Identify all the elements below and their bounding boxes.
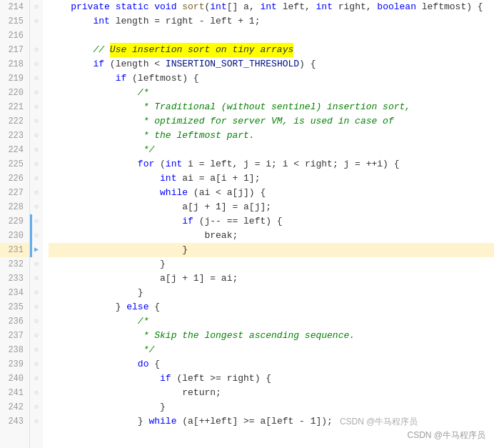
line-number: 222 [0, 114, 29, 129]
code-line: // Use insertion sort on tiny arrays [49, 43, 494, 57]
diamond-icon: ◇ [30, 257, 43, 272]
line-number: 237 [0, 329, 29, 343]
watermark: CSDN @牛马程序员 [407, 428, 485, 442]
code-line: a[j + 1] = ai; [49, 272, 494, 286]
code-line [49, 29, 494, 43]
line-number: 214 [0, 0, 29, 14]
code-line: if (j-- == left) { [49, 214, 494, 229]
code-line: private static void sort(int[] a, int le… [49, 0, 494, 14]
gutter: ◇◇◇◇◇◇◇◇◇◇◇◇◇◇◇◇▶◇◇◇◇◇◇◇◇◇◇◇◇ [30, 0, 43, 448]
diamond-icon [30, 29, 43, 43]
code-line: if (left >= right) { [49, 372, 494, 386]
code-line: return; [49, 386, 494, 400]
line-number: 242 [0, 400, 29, 414]
line-number: 219 [0, 71, 29, 86]
code-line: while (ai < a[j]) { [49, 186, 494, 200]
line-number: 221 [0, 100, 29, 114]
diamond-icon: ◇ [30, 329, 43, 343]
diamond-icon: ◇ [30, 272, 43, 286]
diamond-icon: ◇ [30, 357, 43, 372]
diamond-icon: ◇ [30, 57, 43, 71]
diamond-icon: ◇ [30, 114, 43, 129]
code-line: } [49, 243, 494, 257]
diamond-icon: ◇ [30, 171, 43, 186]
code-line: } else { [49, 300, 494, 314]
diamond-icon: ◇ [30, 386, 43, 400]
line-number: 241 [0, 386, 29, 400]
code-line: if (leftmost) { [49, 71, 494, 86]
line-number: 225 [0, 157, 29, 171]
line-numbers: 2142152162172182192202212222232242252262… [0, 0, 30, 448]
diamond-icon: ◇ [30, 100, 43, 114]
diamond-icon: ◇ [30, 71, 43, 86]
code-line: * the leftmost part. [49, 129, 494, 143]
diamond-icon: ◇ [30, 86, 43, 100]
code-line: } while (a[++left] >= a[left - 1]); CSDN… [49, 414, 494, 429]
line-number: 223 [0, 129, 29, 143]
line-number: 224 [0, 143, 29, 157]
line-number: 220 [0, 86, 29, 100]
diamond-icon: ◇ [30, 372, 43, 386]
line-number: 235 [0, 300, 29, 314]
diamond-icon: ◇ [30, 0, 43, 14]
code-line: a[j + 1] = a[j]; [49, 200, 494, 214]
diamond-icon: ◇ [30, 129, 43, 143]
code-line: } [49, 400, 494, 414]
line-number: 229 [0, 214, 29, 229]
code-line: for (int i = left, j = i; i < right; j =… [49, 157, 494, 171]
code-line: } [49, 257, 494, 272]
line-number: 218 [0, 57, 29, 71]
diamond-icon: ◇ [30, 186, 43, 200]
code-editor: 2142152162172182192202212222232242252262… [0, 0, 494, 448]
line-number: 215 [0, 14, 29, 29]
diamond-icon: ◇ [30, 143, 43, 157]
code-line: * Skip the longest ascending sequence. [49, 329, 494, 343]
diamond-icon: ◇ [30, 157, 43, 171]
line-number: 238 [0, 343, 29, 357]
code-line: } [49, 286, 494, 300]
code-line: */ [49, 143, 494, 157]
code-line: * optimized for server VM, is used in ca… [49, 114, 494, 129]
code-line: if (length < INSERTION_SORT_THRESHOLD) { [49, 57, 494, 71]
code-area: private static void sort(int[] a, int le… [43, 0, 494, 448]
line-number: 231 [0, 243, 29, 257]
diamond-icon: ◇ [30, 43, 43, 57]
code-line: break; [49, 229, 494, 243]
diamond-icon: ◇ [30, 343, 43, 357]
line-number: 243 [0, 414, 29, 429]
code-line: * Traditional (without sentinel) inserti… [49, 100, 494, 114]
line-number: 232 [0, 257, 29, 272]
line-number: 240 [0, 372, 29, 386]
line-number: 217 [0, 43, 29, 57]
diamond-icon: ◇ [30, 14, 43, 29]
diamond-icon: ◇ [30, 300, 43, 314]
line-number: 216 [0, 29, 29, 43]
line-number: 230 [0, 229, 29, 243]
line-number: 227 [0, 186, 29, 200]
diamond-icon: ◇ [30, 414, 43, 429]
diamond-icon: ◇ [30, 286, 43, 300]
code-line: int ai = a[i + 1]; [49, 171, 494, 186]
line-number: 234 [0, 286, 29, 300]
line-number: 226 [0, 171, 29, 186]
code-line: */ [49, 343, 494, 357]
diamond-icon: ◇ [30, 400, 43, 414]
line-number: 228 [0, 200, 29, 214]
line-number: 233 [0, 272, 29, 286]
code-line: int length = right - left + 1; [49, 14, 494, 29]
line-number: 236 [0, 314, 29, 329]
diamond-icon: ◇ [30, 314, 43, 329]
code-line: do { [49, 357, 494, 372]
diamond-icon: ◇ [30, 200, 43, 214]
code-line: /* [49, 314, 494, 329]
code-line: /* [49, 86, 494, 100]
line-number: 239 [0, 357, 29, 372]
